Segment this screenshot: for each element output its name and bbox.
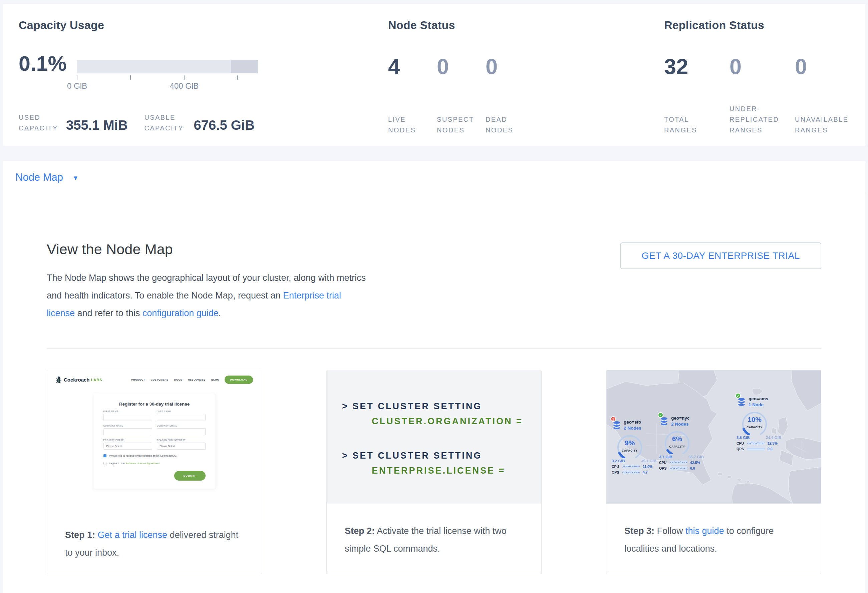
- database-icon: [737, 397, 746, 407]
- cpu-value: 11.0%: [643, 465, 652, 469]
- project-phase-label: PROJECT PHASE: [103, 439, 152, 441]
- dead-nodes-label: DEAD NODES: [486, 114, 524, 135]
- qps-value: 0.0: [768, 447, 772, 451]
- minisite-nav-item: RESOURCES: [188, 378, 205, 381]
- capacity-label: CAPACITY: [614, 449, 646, 452]
- unavailable-ranges-value: 0: [795, 51, 860, 83]
- sql-line: > SET CLUSTER SETTING: [342, 401, 541, 412]
- qps-value: 4.7: [643, 470, 648, 474]
- qps-label: QPS: [737, 447, 747, 451]
- under-replicated-ranges-stat: 0 UNDER-REPLICATED RANGES: [729, 51, 795, 135]
- form-row: FIRST NAME LAST NAME: [103, 406, 205, 421]
- enterprise-trial-button[interactable]: GET A 30-DAY ENTERPRISE TRIAL: [620, 243, 821, 269]
- locality-marker-nyc: ✓ geo=nyc 2 Nodes: [659, 416, 709, 470]
- total-capacity: 35.1 GiB: [641, 459, 657, 463]
- capacity-gauge: 9% CAPACITY: [614, 434, 646, 458]
- cpu-label: CPU: [612, 465, 622, 469]
- capacity-stats: USED CAPACITY 355.1 MiB USABLE CAPACITY …: [19, 4, 255, 133]
- desc-text: and refer to this: [75, 308, 143, 318]
- cpu-row: CPU 42.5%: [659, 461, 709, 465]
- qps-sparkline: [622, 470, 640, 474]
- node-map-dropdown-label: Node Map: [15, 171, 63, 184]
- qps-sparkline: [747, 447, 765, 451]
- node-map-content: View the Node Map The Node Map shows the…: [3, 194, 865, 593]
- qps-row: QPS 0.0: [659, 466, 709, 470]
- locality-node-count: 2 Nodes: [624, 425, 641, 431]
- node-map-dropdown[interactable]: Node Map ▼: [15, 171, 79, 184]
- step2-caption: Step 2: Activate the trial license with …: [327, 503, 541, 558]
- unavailable-ranges-label: UNAVAILABLE RANGES: [795, 114, 854, 135]
- database-icon: [660, 417, 669, 426]
- company-email-label: COMPANY EMAIL: [157, 425, 205, 427]
- cluster-summary-panel: Capacity Usage 0.1% 0 GiB 400 GiB USED C…: [3, 4, 865, 146]
- trial-registration-form: Register for a 30-day trial license FIRS…: [93, 394, 216, 489]
- live-nodes-label: LIVE NODES: [388, 114, 427, 135]
- qps-sparkline: [670, 466, 687, 470]
- total-ranges-value: 32: [664, 51, 729, 83]
- get-trial-license-link[interactable]: Get a trial license: [98, 530, 168, 540]
- qps-label: QPS: [659, 466, 670, 470]
- chevron-down-icon: ▼: [72, 173, 79, 182]
- roach-icon: [56, 376, 62, 384]
- cpu-label: CPU: [737, 441, 747, 445]
- reason-select: Please Select: [157, 443, 205, 450]
- suspect-nodes-label: SUSPECT NODES: [437, 114, 475, 135]
- brand-name: Cockroach: [64, 377, 90, 383]
- license-agreement-text: I agree to the Software License Agreemen…: [109, 462, 161, 465]
- locality-name: geo=nyc: [671, 416, 689, 421]
- node-status-stats: 4 LIVE NODES 0 SUSPECT NODES 0 DEAD NODE…: [388, 51, 534, 135]
- replication-status-stats: 32 TOTAL RANGES 0 UNDER-REPLICATED RANGE…: [664, 51, 860, 135]
- total-capacity: 34.4 GiB: [766, 436, 781, 440]
- unavailable-ranges-stat: 0 UNAVAILABLE RANGES: [795, 51, 860, 135]
- live-nodes-stat: 4 LIVE NODES: [388, 51, 437, 135]
- dead-nodes-value: 0: [486, 51, 534, 83]
- cpu-sparkline: [622, 465, 640, 469]
- checkbox-checked-icon: [103, 454, 106, 457]
- first-name-field: [103, 414, 152, 421]
- qps-row: QPS 4.7: [612, 470, 662, 474]
- usable-capacity-value: 676.5 GiB: [194, 118, 255, 133]
- intro-description: The Node Map shows the geographical layo…: [47, 269, 369, 322]
- node-map-preview: 1 geo=sfo 2 Nodes: [606, 370, 821, 503]
- email-updates-text: I would like to receive email updates ab…: [109, 454, 177, 457]
- dead-nodes-stat: 0 DEAD NODES: [486, 51, 534, 135]
- minisite-header: Cockroach LABS PRODUCT CUSTOMERS DOCS RE…: [47, 370, 262, 384]
- step3-caption: Step 3: Follow this guide to configure l…: [606, 503, 821, 558]
- capacity-label: CAPACITY: [661, 445, 693, 448]
- error-badge: 1: [610, 416, 616, 422]
- company-name-field: [103, 428, 152, 435]
- form-row: COMPANY NAME COMPANY EMAIL: [103, 421, 205, 435]
- used-capacity-value: 355.1 MiB: [66, 118, 128, 133]
- qps-value: 0.0: [690, 466, 695, 470]
- step3-text: Follow: [654, 526, 685, 536]
- page: Capacity Usage 0.1% 0 GiB 400 GiB USED C…: [0, 0, 868, 593]
- cpu-value: 12.3%: [768, 441, 778, 445]
- cpu-row: CPU 11.0%: [612, 465, 662, 469]
- locality-name: geo=ams: [748, 396, 768, 401]
- database-icon: [613, 421, 621, 430]
- last-name-label: LAST NAME: [157, 410, 205, 413]
- sql-line: ENTERPRISE.LICENSE =: [372, 466, 541, 476]
- step3-prefix: Step 3:: [624, 526, 654, 536]
- steps-cards: Cockroach LABS PRODUCT CUSTOMERS DOCS RE…: [47, 370, 821, 574]
- minisite-nav-item: CUSTOMERS: [151, 378, 168, 381]
- capacity-label: CAPACITY: [738, 425, 771, 429]
- cpu-label: CPU: [659, 461, 670, 465]
- sql-commands-panel: > SET CLUSTER SETTING CLUSTER.ORGANIZATI…: [327, 370, 541, 503]
- form-row: PROJECT PHASE Please Select REASON FOR I…: [103, 435, 205, 450]
- minisite-nav-item: DOCS: [174, 378, 182, 381]
- locality-marker-sfo: 1 geo=sfo 2 Nodes: [612, 419, 662, 474]
- total-ranges-stat: 32 TOTAL RANGES: [664, 51, 729, 135]
- configuration-guide-link[interactable]: configuration guide: [143, 308, 218, 318]
- step2-card: > SET CLUSTER SETTING CLUSTER.ORGANIZATI…: [326, 370, 542, 574]
- capacity-gauge: 10% CAPACITY: [738, 410, 771, 435]
- locality-node-count: 1 Node: [748, 402, 768, 407]
- this-guide-link[interactable]: this guide: [685, 526, 724, 536]
- qps-row: QPS 0.0: [737, 447, 787, 451]
- step3-card: 1 geo=sfo 2 Nodes: [606, 370, 821, 574]
- total-capacity: 65.7 GiB: [688, 455, 704, 459]
- panel-gap: [3, 146, 865, 161]
- used-capacity: 3.2 GiB: [612, 459, 625, 463]
- project-phase-select: Please Select: [103, 443, 152, 450]
- section-divider: [47, 348, 821, 349]
